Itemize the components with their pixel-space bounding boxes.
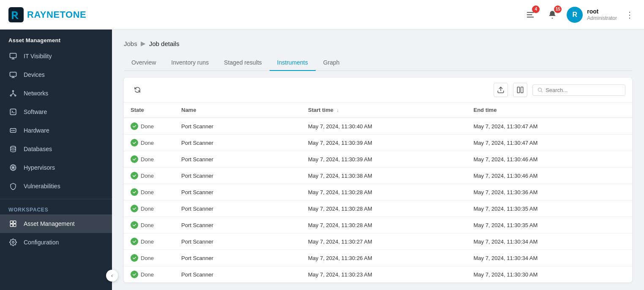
export-button[interactable]	[494, 83, 508, 97]
table-row[interactable]: Done Port ScannerMay 7, 2024, 11:30:38 A…	[124, 168, 632, 184]
cell-name: Port Scanner	[175, 233, 301, 250]
sidebar-item-hardware[interactable]: Hardware	[0, 121, 112, 140]
sidebar-item-devices[interactable]: Devices	[0, 65, 112, 84]
tab-overview[interactable]: Overview	[124, 55, 164, 71]
breadcrumb: Jobs ▶ Job details	[124, 40, 632, 47]
col-header-start-time[interactable]: Start time ↓	[301, 103, 467, 118]
sidebar-item-configuration[interactable]: Configuration	[0, 233, 112, 252]
state-label: Done	[141, 271, 154, 278]
col-header-state[interactable]: State	[124, 103, 175, 118]
table-row[interactable]: Done Port ScannerMay 7, 2024, 11:30:40 A…	[124, 118, 632, 135]
svg-point-12	[11, 146, 16, 148]
table-row[interactable]: Done Port ScannerMay 7, 2024, 11:30:28 A…	[124, 184, 632, 201]
cell-start-time: May 7, 2024, 11:30:38 AM	[301, 168, 467, 184]
svg-point-8	[15, 95, 16, 96]
columns-icon	[516, 86, 524, 94]
svg-rect-17	[14, 224, 16, 227]
cell-end-time: May 7, 2024, 11:30:35 AM	[467, 217, 633, 233]
more-options-btn[interactable]: ⋮	[624, 8, 636, 22]
svg-rect-5	[10, 72, 16, 76]
cell-end-time: May 7, 2024, 11:30:34 AM	[467, 250, 633, 266]
logo-text: RAYNETONE	[27, 9, 86, 20]
box-icon	[8, 219, 18, 228]
cell-state: Done	[124, 184, 175, 201]
refresh-button[interactable]	[131, 83, 144, 97]
table-row[interactable]: Done Port ScannerMay 7, 2024, 11:30:27 A…	[124, 233, 632, 250]
sidebar-item-databases[interactable]: Databases	[0, 140, 112, 158]
cell-start-time: May 7, 2024, 11:30:26 AM	[301, 250, 467, 266]
done-icon	[131, 271, 138, 278]
cell-name: Port Scanner	[175, 217, 301, 233]
state-label: Done	[141, 156, 154, 163]
search-input[interactable]	[546, 87, 621, 93]
cell-name: Port Scanner	[175, 201, 301, 217]
done-icon	[131, 122, 138, 130]
sidebar-item-networks[interactable]: Networks	[0, 84, 112, 103]
notification-bell-btn[interactable]: 15	[545, 7, 560, 22]
cell-start-time: May 7, 2024, 11:30:39 AM	[301, 135, 467, 151]
header-right: 4 15 R root Administrator ⋮	[523, 7, 636, 23]
cell-name: Port Scanner	[175, 184, 301, 201]
cell-state: Done	[124, 250, 175, 266]
table-row[interactable]: Done Port ScannerMay 7, 2024, 11:30:28 A…	[124, 217, 632, 233]
sidebar-collapse-btn[interactable]: ‹	[106, 270, 118, 282]
cell-state: Done	[124, 217, 175, 233]
svg-rect-3	[527, 16, 534, 17]
done-icon	[131, 254, 138, 262]
user-area[interactable]: R root Administrator	[567, 7, 617, 23]
cell-end-time: May 7, 2024, 11:30:36 AM	[467, 184, 633, 201]
breadcrumb-jobs[interactable]: Jobs	[124, 40, 137, 47]
avatar: R	[567, 7, 583, 23]
cell-state: Done	[124, 135, 175, 151]
svg-point-18	[12, 241, 14, 244]
tab-inventory-runs[interactable]: Inventory runs	[164, 55, 216, 71]
user-name: root	[587, 8, 617, 15]
table-row[interactable]: Done Port ScannerMay 7, 2024, 11:30:39 A…	[124, 135, 632, 151]
sidebar-item-hypervisors[interactable]: Hypervisors	[0, 158, 112, 177]
export-icon	[497, 86, 505, 94]
svg-point-6	[13, 90, 14, 92]
cell-state: Done	[124, 266, 175, 283]
state-label: Done	[141, 222, 154, 228]
top-header: RAYNETONE 4 15 R root Administrator ⋮	[0, 0, 644, 30]
tab-graph[interactable]: Graph	[316, 55, 347, 71]
col-header-name[interactable]: Name	[175, 103, 301, 118]
sidebar-item-asset-management[interactable]: Asset Management	[0, 214, 112, 233]
sidebar-item-label: IT Visibility	[24, 53, 52, 60]
done-icon	[131, 155, 138, 163]
logo-black: RAYNET	[27, 9, 65, 20]
logo-blue: ONE	[65, 9, 86, 20]
content-area: Jobs ▶ Job details Overview Inventory ru…	[112, 30, 644, 290]
hardware-icon	[8, 126, 18, 135]
tab-instruments[interactable]: Instruments	[270, 55, 316, 71]
tab-staged-results[interactable]: Staged results	[216, 55, 270, 71]
table-toolbar	[124, 78, 632, 103]
cell-end-time: May 7, 2024, 11:30:35 AM	[467, 201, 633, 217]
database-icon	[8, 144, 18, 154]
state-label: Done	[141, 255, 154, 261]
logo-icon	[8, 7, 24, 22]
table-row[interactable]: Done Port ScannerMay 7, 2024, 11:30:28 A…	[124, 201, 632, 217]
table-body: Done Port ScannerMay 7, 2024, 11:30:40 A…	[124, 118, 632, 282]
sidebar-item-vulnerabilities[interactable]: Vulnerabilities	[0, 177, 112, 195]
col-header-end-time[interactable]: End time	[467, 103, 633, 118]
sidebar-item-software[interactable]: Software	[0, 103, 112, 121]
sidebar-item-it-visibility[interactable]: IT Visibility	[0, 47, 112, 65]
state-label: Done	[141, 189, 154, 195]
table-row[interactable]: Done Port ScannerMay 7, 2024, 11:30:39 A…	[124, 151, 632, 168]
menu-icon-btn[interactable]: 4	[523, 7, 538, 22]
svg-rect-21	[521, 87, 523, 93]
table-row[interactable]: Done Port ScannerMay 7, 2024, 11:30:26 A…	[124, 250, 632, 266]
state-label: Done	[141, 123, 154, 130]
hypervisor-icon	[8, 163, 18, 172]
cell-name: Port Scanner	[175, 118, 301, 135]
instruments-table: State Name Start time ↓ End time Done Po…	[124, 103, 632, 282]
columns-button[interactable]	[513, 83, 527, 97]
table-header-row: State Name Start time ↓ End time	[124, 103, 632, 118]
sidebar-item-label: Databases	[24, 146, 52, 152]
cell-name: Port Scanner	[175, 266, 301, 283]
cell-end-time: May 7, 2024, 11:30:46 AM	[467, 151, 633, 168]
sidebar-item-label: Devices	[24, 71, 45, 78]
table-row[interactable]: Done Port ScannerMay 7, 2024, 11:30:23 A…	[124, 266, 632, 283]
cell-end-time: May 7, 2024, 11:30:47 AM	[467, 135, 633, 151]
